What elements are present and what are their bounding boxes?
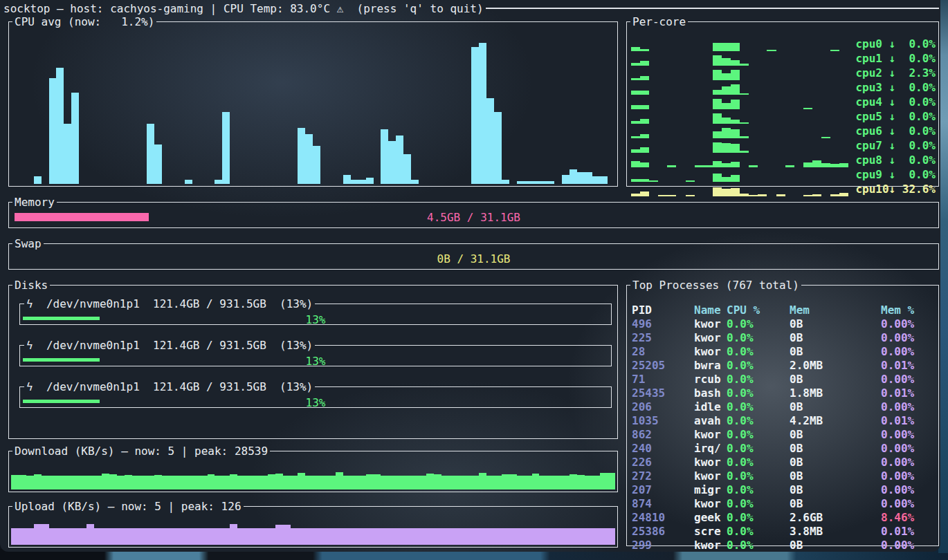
chart-bar bbox=[509, 528, 517, 545]
chart-bar bbox=[260, 528, 268, 545]
chart-bar bbox=[237, 528, 245, 545]
chart-bar bbox=[162, 528, 170, 545]
chart-bar bbox=[336, 528, 343, 545]
chart-bar bbox=[313, 528, 320, 545]
chart-bar bbox=[71, 93, 79, 184]
process-mem: 0B bbox=[790, 539, 881, 552]
per-core-row: cpu8↓0.0% bbox=[631, 153, 936, 167]
swap-meter: 0B / 31.1GB bbox=[12, 250, 936, 267]
per-core-core-label: cpu4↓0.0% bbox=[855, 95, 936, 109]
chart-bar bbox=[343, 528, 351, 545]
chart-bar bbox=[147, 124, 154, 184]
chart-bar bbox=[631, 105, 640, 109]
chart-bar bbox=[162, 476, 170, 489]
chart-bar bbox=[192, 528, 200, 545]
chart-bar bbox=[215, 528, 222, 545]
chart-bar bbox=[608, 473, 615, 489]
chart-bar bbox=[411, 180, 419, 184]
swap-label: Swap bbox=[12, 237, 44, 250]
disk-item: ϟ /dev/nvme0n1p1 121.4GB / 931.5GB (13%)… bbox=[19, 297, 612, 325]
chart-bar bbox=[731, 60, 740, 66]
process-pid: 272 bbox=[632, 469, 694, 483]
chart-bar bbox=[411, 476, 419, 489]
per-core-sparkline bbox=[631, 52, 848, 66]
chart-bar bbox=[631, 78, 640, 80]
process-name: geek bbox=[694, 511, 727, 524]
process-pid: 496 bbox=[632, 317, 694, 330]
chart-bar bbox=[731, 100, 740, 109]
chart-bar bbox=[667, 165, 676, 167]
chart-bar bbox=[471, 528, 479, 545]
process-pid: 71 bbox=[632, 373, 694, 386]
chart-bar bbox=[419, 528, 426, 545]
chart-bar bbox=[343, 175, 351, 184]
chart-bar bbox=[585, 172, 592, 184]
chart-bar bbox=[441, 476, 449, 489]
chart-bar bbox=[631, 149, 640, 153]
process-cpu-percent: 0.0% bbox=[727, 359, 790, 372]
chart-bar bbox=[56, 528, 64, 545]
chart-bar bbox=[305, 528, 313, 545]
chart-bar bbox=[381, 476, 388, 489]
title-bar: socktop — host: cachyos-gaming | CPU Tem… bbox=[3, 1, 939, 15]
lightning-icon: ϟ bbox=[26, 297, 33, 310]
chart-bar bbox=[215, 180, 222, 184]
chart-bar bbox=[305, 134, 313, 184]
chart-bar bbox=[441, 528, 449, 545]
chart-bar bbox=[785, 165, 794, 167]
chart-bar bbox=[64, 476, 71, 489]
core-usage-value: 0.0% bbox=[895, 168, 936, 181]
chart-bar bbox=[640, 49, 649, 51]
process-pid: 25386 bbox=[632, 525, 694, 538]
chart-bar bbox=[569, 528, 577, 545]
process-name: kwor bbox=[694, 469, 727, 483]
disk-list: ϟ /dev/nvme0n1p1 121.4GB / 931.5GB (13%)… bbox=[19, 297, 612, 436]
process-pid: 862 bbox=[632, 428, 694, 441]
chart-bar bbox=[185, 476, 192, 489]
chart-bar bbox=[585, 528, 592, 545]
chart-bar bbox=[517, 476, 525, 489]
chart-bar bbox=[139, 528, 147, 545]
chart-bar bbox=[358, 528, 366, 545]
chart-bar bbox=[56, 68, 64, 184]
per-core-row: cpu6↓0.0% bbox=[631, 124, 936, 138]
process-cpu-percent: 0.0% bbox=[727, 373, 790, 386]
chart-bar bbox=[640, 119, 649, 123]
chart-bar bbox=[237, 476, 245, 489]
chart-bar bbox=[222, 112, 230, 184]
chart-bar bbox=[722, 118, 731, 124]
chart-bar bbox=[381, 528, 388, 545]
chart-bar bbox=[208, 474, 215, 489]
chart-bar bbox=[449, 476, 457, 489]
chart-bar bbox=[275, 525, 283, 545]
chart-bar bbox=[740, 93, 749, 95]
processes-panel: Top Processes (767 total) PIDNameCPU %Me… bbox=[626, 279, 939, 546]
per-core-sparkline bbox=[631, 153, 848, 167]
chart-bar bbox=[26, 476, 34, 489]
terminal-window[interactable]: socktop — host: cachyos-gaming | CPU Tem… bbox=[0, 0, 940, 552]
chart-bar bbox=[185, 528, 192, 545]
chart-bar bbox=[154, 144, 162, 185]
chart-bar bbox=[631, 63, 640, 66]
process-cpu-percent: 0.0% bbox=[727, 331, 790, 344]
chart-bar bbox=[713, 161, 722, 167]
process-mem: 1.8MB bbox=[790, 386, 881, 400]
chart-bar bbox=[434, 474, 441, 489]
chart-bar bbox=[464, 476, 471, 489]
chart-bar bbox=[502, 474, 509, 489]
chart-bar bbox=[731, 188, 740, 196]
chart-bar bbox=[396, 136, 403, 184]
chart-bar bbox=[740, 136, 749, 138]
process-name: bwra bbox=[694, 359, 727, 372]
process-pid: 874 bbox=[632, 497, 694, 510]
process-cpu-percent: 0.0% bbox=[727, 539, 790, 552]
chart-bar bbox=[177, 528, 185, 545]
chart-bar bbox=[403, 476, 411, 489]
lightning-icon: ϟ bbox=[26, 339, 33, 352]
process-pid: 225 bbox=[632, 331, 694, 344]
memory-meter: 4.5GB / 31.1GB bbox=[12, 209, 936, 225]
chart-bar bbox=[388, 141, 396, 184]
chart-bar bbox=[200, 476, 208, 489]
chart-bar bbox=[117, 528, 125, 545]
chart-bar bbox=[411, 528, 419, 545]
